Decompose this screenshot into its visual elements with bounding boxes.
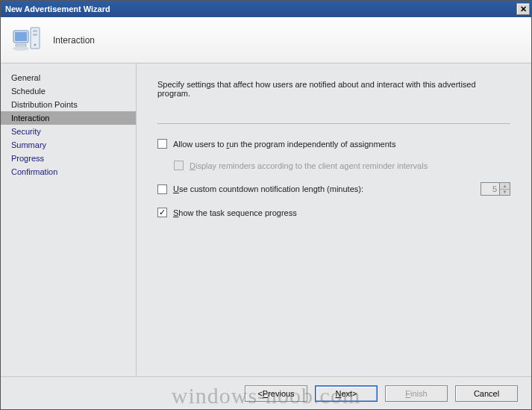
- sidebar-item-security[interactable]: Security: [1, 125, 136, 138]
- next-button[interactable]: Next >: [315, 385, 378, 402]
- separator: [157, 123, 510, 124]
- sidebar: General Schedule Distribution Points Int…: [1, 63, 137, 376]
- label-display-reminders: Display reminders according to the clien…: [190, 161, 428, 170]
- computer-icon: [11, 25, 43, 56]
- wizard-header: Interaction: [1, 17, 531, 63]
- label-show-progress: Show the task sequence progress: [173, 208, 297, 217]
- sidebar-item-interaction[interactable]: Interaction: [1, 111, 136, 125]
- row-allow-run: Allow users to run the program independe…: [157, 139, 510, 149]
- label-custom-countdown: Use custom countdown notification length…: [173, 184, 363, 193]
- svg-point-5: [34, 43, 37, 46]
- spinner-up-icon: ▲: [500, 183, 510, 190]
- row-custom-countdown: Use custom countdown notification length…: [157, 182, 510, 196]
- finish-button: Finish: [385, 385, 448, 402]
- sidebar-item-general[interactable]: General: [1, 71, 136, 84]
- checkbox-show-progress[interactable]: [157, 208, 167, 217]
- row-show-progress: Show the task sequence progress: [157, 208, 510, 217]
- svg-rect-3: [33, 30, 37, 32]
- row-display-reminders: Display reminders according to the clien…: [174, 161, 510, 170]
- checkbox-allow-run[interactable]: [157, 139, 167, 149]
- svg-rect-1: [15, 32, 27, 41]
- close-button[interactable]: ✕: [516, 3, 530, 15]
- window-title: New Advertisement Wizard: [5, 4, 110, 13]
- checkbox-display-reminders: [174, 161, 184, 170]
- svg-rect-4: [33, 34, 37, 36]
- sidebar-item-progress[interactable]: Progress: [1, 152, 136, 165]
- sidebar-item-schedule[interactable]: Schedule: [1, 84, 136, 98]
- titlebar: New Advertisement Wizard ✕: [1, 1, 531, 17]
- checkbox-custom-countdown[interactable]: [157, 184, 167, 194]
- previous-button[interactable]: < Previous: [245, 385, 307, 402]
- wizard-window: New Advertisement Wizard ✕ Interaction G…: [0, 0, 532, 410]
- spinner-down-icon: ▼: [500, 190, 510, 196]
- content-pane: Specify settings that affect how users a…: [137, 63, 531, 376]
- svg-point-7: [13, 46, 29, 51]
- svg-rect-6: [16, 44, 26, 46]
- countdown-spinner: ▲ ▼: [481, 182, 510, 196]
- footer: < Previous Next > Finish Cancel: [1, 376, 531, 409]
- countdown-value: [481, 182, 500, 196]
- sidebar-item-summary[interactable]: Summary: [1, 138, 136, 152]
- label-allow-run: Allow users to run the program independe…: [173, 140, 395, 149]
- sidebar-item-distribution-points[interactable]: Distribution Points: [1, 98, 136, 111]
- close-icon: ✕: [520, 4, 527, 14]
- sidebar-item-confirmation[interactable]: Confirmation: [1, 165, 136, 178]
- spinner-arrows: ▲ ▼: [500, 182, 510, 196]
- cancel-button[interactable]: Cancel: [455, 385, 518, 402]
- wizard-body: General Schedule Distribution Points Int…: [1, 63, 531, 376]
- page-title: Interaction: [53, 35, 95, 46]
- instruction-text: Specify settings that affect how users a…: [157, 80, 510, 98]
